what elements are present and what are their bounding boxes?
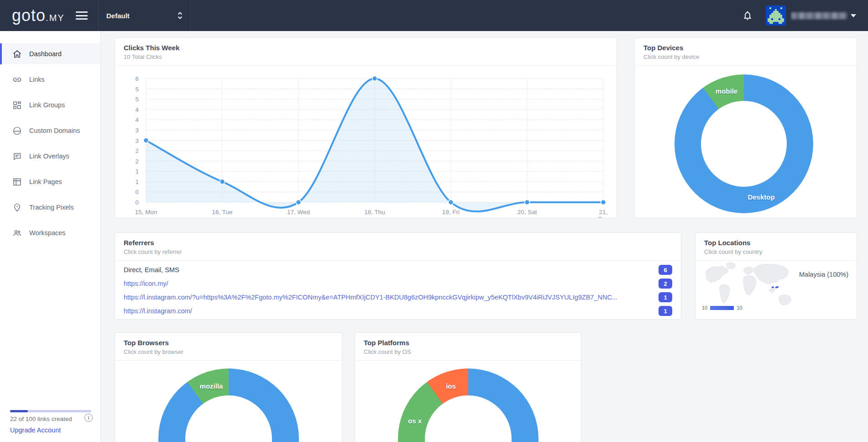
slice-label-mobile: mobile: [716, 87, 737, 95]
card-subtitle: 10 Total Clicks: [124, 53, 608, 60]
sidebar-item-tracking-pixels[interactable]: Tracking Pixels: [0, 197, 100, 218]
sidebar-item-links[interactable]: Links: [0, 69, 100, 90]
referrer-count-badge: 1: [659, 292, 672, 302]
message-icon: [12, 152, 22, 161]
svg-text:1: 1: [135, 179, 139, 185]
workspace-selected-value: Default: [106, 12, 130, 20]
sidebar-item-link-groups[interactable]: Link Groups: [0, 95, 100, 116]
topbar-divider: [98, 0, 99, 31]
links-usage-progress-fill: [10, 410, 28, 412]
svg-text:2: 2: [135, 147, 139, 154]
card-subtitle: Click count by OS: [364, 348, 572, 355]
sidebar-item-custom-domains[interactable]: www Custom Domains: [0, 120, 100, 141]
clicks-this-week-card: Clicks This Week 10 Total Clicks 6554433…: [115, 37, 617, 218]
upgrade-account-link[interactable]: Upgrade Account: [10, 426, 61, 434]
svg-text:16, Tue: 16, Tue: [212, 209, 232, 216]
referrer-link[interactable]: https://icon.my/: [124, 280, 168, 287]
notifications-bell-icon[interactable]: [742, 10, 753, 21]
referrer-label: Direct, Email, SMS: [124, 266, 179, 274]
sidebar-item-label: Links: [29, 76, 45, 83]
clicks-line-chart: 655443322110015, Mon16, Tue17, Wed18, Th…: [118, 69, 614, 218]
svg-text:1: 1: [135, 168, 139, 175]
sidebar-item-link-pages[interactable]: Link Pages: [0, 171, 100, 192]
logo-text: goto: [12, 6, 46, 25]
card-title: Top Devices: [643, 44, 848, 52]
referrer-row: https://l.instagram.com/?u=https%3A%2F%2…: [124, 290, 672, 304]
svg-text:4: 4: [135, 116, 139, 123]
sidebar-item-label: Custom Domains: [29, 127, 80, 134]
svg-text:17, Wed: 17, Wed: [287, 209, 310, 216]
card-header: Referrers Click count by referrer: [115, 233, 681, 261]
user-avatar[interactable]: [766, 5, 786, 26]
svg-text:19, Fri: 19, Fri: [442, 209, 460, 216]
card-header: Top Browsers Click count by browser: [115, 333, 342, 361]
donut-hole: [701, 101, 787, 187]
referrer-link[interactable]: https://l.instagram.com/: [124, 307, 192, 315]
donut-hole: [185, 395, 272, 442]
svg-text:2: 2: [135, 158, 139, 165]
links-usage-text: 22 of 100 links created: [10, 416, 72, 422]
svg-text:4: 4: [135, 106, 139, 113]
top-browsers-card: Top Browsers Click count by browser mozi…: [115, 332, 342, 442]
topbar: goto.MY Default: [0, 0, 868, 31]
platforms-donut-chart: ios os x: [398, 368, 539, 442]
card-header: Top Devices Click count by device: [635, 38, 857, 66]
slice-label-ios: ios: [446, 382, 456, 390]
browsers-donut-chart: mozilla: [158, 368, 299, 442]
top-locations-card: Top Locations Click count by country 10: [695, 232, 857, 320]
card-title: Top Platforms: [364, 339, 572, 347]
dashboard-page: goto.MY Default: [0, 0, 868, 442]
info-icon[interactable]: i: [84, 414, 93, 422]
svg-text:5: 5: [135, 86, 139, 93]
home-icon: [12, 49, 22, 59]
referrer-link[interactable]: https://l.instagram.com/?u=https%3A%2F%2…: [124, 294, 617, 301]
referrer-row: https://icon.my/ 2: [124, 277, 672, 290]
menu-toggle-icon[interactable]: [76, 11, 88, 20]
legend-color-bar: [710, 306, 734, 310]
card-subtitle: Click count by country: [704, 248, 848, 255]
legend-min: 10: [702, 305, 707, 310]
grid-icon: [12, 100, 22, 110]
sidebar-item-workspaces[interactable]: Workspaces: [0, 222, 100, 243]
link-icon: [12, 75, 22, 84]
svg-text:20, Sat: 20, Sat: [518, 209, 537, 216]
devices-donut-chart: mobile Desktop: [675, 74, 813, 213]
referrer-row: Direct, Email, SMS 6: [124, 263, 672, 277]
workspace-selector[interactable]: Default: [106, 0, 183, 31]
card-title: Top Browsers: [124, 339, 333, 347]
svg-text:0: 0: [135, 199, 139, 206]
sidebar-item-link-overlays[interactable]: Link Overlays: [0, 146, 100, 167]
links-usage-progressbar: [10, 410, 91, 412]
logo-suffix: .MY: [46, 13, 65, 23]
svg-text:3: 3: [135, 127, 139, 134]
sidebar-item-label: Link Pages: [29, 178, 62, 185]
www-globe-icon: www: [12, 126, 22, 136]
sidebar-item-label: Link Overlays: [29, 153, 69, 160]
sidebar-item-label: Dashboard: [29, 50, 62, 58]
user-menu-caret-icon[interactable]: [851, 14, 856, 17]
svg-text:18, Thu: 18, Thu: [364, 209, 385, 216]
world-map: [699, 261, 800, 308]
referrer-count-badge: 1: [659, 306, 672, 316]
slice-label-desktop: Desktop: [748, 193, 774, 201]
table-icon: [12, 177, 22, 187]
card-title: Clicks This Week: [124, 44, 608, 52]
referrer-count-badge: 2: [659, 279, 672, 289]
user-name-redacted: [791, 12, 847, 19]
card-subtitle: Click count by referrer: [124, 248, 672, 255]
svg-text:3: 3: [135, 137, 139, 144]
referrer-count-badge: 6: [659, 265, 672, 275]
people-icon: [12, 228, 22, 238]
sidebar-item-dashboard[interactable]: Dashboard: [0, 43, 100, 64]
card-header: Clicks This Week 10 Total Clicks: [115, 38, 617, 66]
sidebar-item-label: Tracking Pixels: [29, 204, 74, 211]
slice-label-mozilla: mozilla: [200, 382, 223, 390]
referrer-row: https://l.instagram.com/ 1: [124, 304, 672, 318]
map-legend: 10 10: [702, 305, 743, 310]
sidebar: Dashboard Links Link Groups www Custom D…: [0, 31, 101, 442]
card-subtitle: Click count by device: [643, 53, 848, 60]
app-logo[interactable]: goto.MY: [12, 6, 65, 25]
svg-text:5: 5: [135, 96, 139, 103]
card-subtitle: Click count by browser: [124, 348, 333, 355]
legend-max: 10: [737, 305, 742, 310]
